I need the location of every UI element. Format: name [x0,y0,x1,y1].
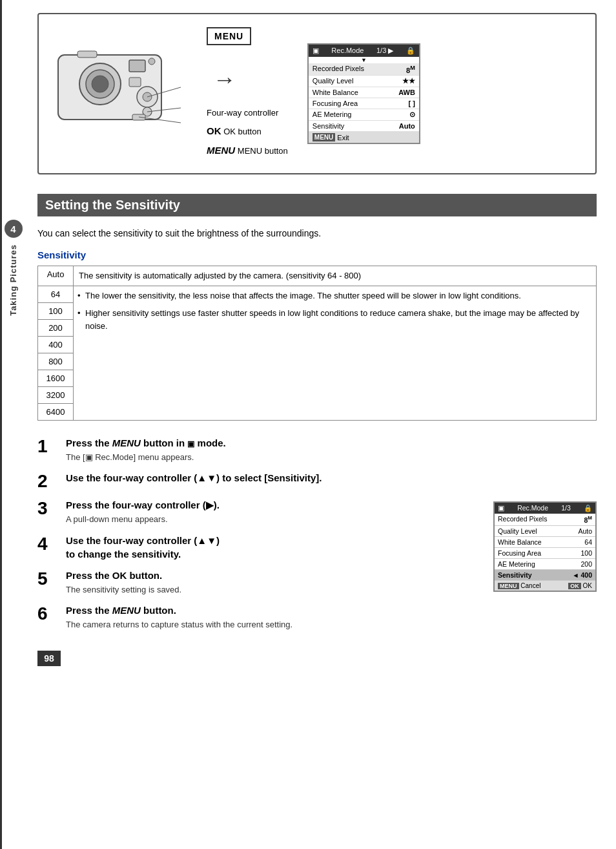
lcd2-header-page: 1/3 [561,504,571,512]
lcd-val: ⊙ [409,110,415,119]
lcd2-footer-right: OK OK [568,582,592,589]
lcd-row-sensitivity: Sensitivity Auto [309,121,419,132]
lcd-header-title: Rec.Mode [331,47,364,54]
step-title-2: Use the four-way controller (▲▼) to sele… [66,471,597,485]
lcd-row-recorded-pixels: Recorded Pixels 8M [309,63,419,76]
svg-rect-4 [129,60,145,72]
lcd-header-1: ▣ Rec.Mode 1/3 ▶ 🔒 [309,45,419,57]
lcd-val: 8M [406,65,415,74]
step-number-4: 4 [37,535,56,553]
lcd2-cancel-label: Cancel [520,582,540,589]
table-cell-400: 400 [38,336,74,353]
lcd2-ok-label: OK [583,582,592,589]
camera-illustration [52,42,194,145]
step-number-6: 6 [37,605,56,623]
lcd2-header-lock: 🔒 [584,504,592,512]
table-cell-3200: 3200 [38,386,74,403]
big-arrow-diagram: → [213,66,288,93]
table-cell-100: 100 [38,302,74,319]
table-row: 64 The lower the sensitivity, the less n… [38,286,597,302]
table-row: Auto The sensitivity is automatically ad… [38,266,597,286]
step-number-5: 5 [37,570,56,588]
lcd-label: Quality Level [313,77,354,85]
lcd-row-focus: Focusing Area [ ] [309,98,419,109]
table-cell-6400: 6400 [38,403,74,420]
lcd2-row-wb: White Balance64 [495,537,595,548]
bullet-2: Higher sensitivity settings use faster s… [85,307,591,332]
lcd2-header-title: Rec.Mode [517,504,548,512]
step-title-5: Press the OK button. [66,569,483,582]
controller-labels: Four-way controller OK OK button MENU ME… [207,105,288,160]
section-heading: Setting the Sensitivity [37,194,597,216]
lcd-row-quality: Quality Level ★★ [309,76,419,87]
lcd2-header-icon: ▣ [498,504,504,512]
step-number-1: 1 [37,437,56,456]
lcd-panel-1: ▣ Rec.Mode 1/3 ▶ 🔒 ▼ Recorded Pixels 8M … [307,43,420,145]
lcd-label: Recorded Pixels [313,65,364,74]
side-tab: 4 Taking Pictures [0,0,25,849]
intro-text: You can select the sensitivity to suit t… [37,227,597,240]
table-cell-auto-desc: The sensitivity is automatically adjuste… [74,266,597,286]
menu-button-diagram: MENU [207,27,251,45]
lcd2-footer-left: MENU Cancel [498,582,540,589]
svg-rect-5 [129,78,141,87]
ok-button-label: OK OK button [207,121,288,141]
lcd2-row-fa: Focusing Area100 [495,548,595,559]
lcd-footer-menu-btn: MENU [313,133,335,142]
four-way-label: Four-way controller [207,105,288,121]
bullet-1: The lower the sensitivity, the less nois… [85,289,591,302]
step-content-6: Press the MENU button. The camera return… [66,603,597,631]
step-number-3: 3 [37,499,56,518]
step-3: 3 Press the four-way controller (▶). A p… [37,498,483,526]
steps-container: 1 Press the MENU button in ▣ mode. The [… [37,436,597,631]
lcd-footer-exit: Exit [337,134,349,142]
lcd2-row-ae: AE Metering200 [495,559,595,570]
lcd-val: Auto [399,122,415,130]
step-content-5: Press the OK button. The sensitivity set… [66,569,483,596]
svg-rect-6 [77,51,97,58]
diagram-box: MENU → Four-way controller OK OK button … [37,13,597,174]
table-cell-800: 800 [38,353,74,370]
step-desc-1: The [▣ Rec.Mode] menu appears. [66,451,597,464]
svg-point-7 [149,58,155,65]
lcd2-ok-btn: OK [568,583,581,589]
table-cell-64: 64 [38,286,74,302]
lcd-label: Focusing Area [313,100,358,107]
sensitivity-table-label: Sensitivity [37,249,597,260]
table-cell-200: 200 [38,319,74,336]
lcd-header-page: 1/3 ▶ [376,47,393,55]
step-content-3: Press the four-way controller (▶). A pul… [66,498,483,526]
lcd2-menu-btn: MENU [498,583,519,589]
step-content-2: Use the four-way controller (▲▼) to sele… [66,471,597,485]
step-5: 5 Press the OK button. The sensitivity s… [37,569,483,596]
chapter-label: Taking Pictures [8,244,18,316]
lcd-val: AWB [398,89,415,96]
step-4: 4 Use the four-way controller (▲▼)to cha… [37,534,483,561]
step-title-1: Press the MENU button in ▣ mode. [66,436,597,450]
lcd-val: ★★ [402,77,415,85]
lcd-panel-2: ▣ Rec.Mode 1/3 🔒 Recorded Pixels8M Quali… [493,501,597,603]
lcd-footer-1: MENU Exit [309,132,419,143]
lcd-label: AE Metering [313,110,352,119]
step-title-3: Press the four-way controller (▶). [66,498,483,512]
chapter-number: 4 [5,220,23,238]
main-content: MENU → Four-way controller OK OK button … [25,0,616,849]
lcd-header-lock: 🔒 [406,47,415,55]
step-title-6: Press the MENU button. [66,603,597,617]
step-desc-5: The sensitivity setting is saved. [66,583,483,596]
table-cell-bullets: The lower the sensitivity, the less nois… [74,286,597,420]
steps-left: 3 Press the four-way controller (▶). A p… [37,498,483,603]
step-desc-6: The camera returns to capture status wit… [66,618,597,631]
step-6: 6 Press the MENU button. The camera retu… [37,603,597,631]
lcd2-header: ▣ Rec.Mode 1/3 🔒 [495,503,595,514]
lcd2-footer: MENU Cancel OK OK [495,581,595,591]
lcd2-row-ql: Quality LevelAuto [495,526,595,537]
menu-button-label: MENU MENU button [207,141,288,160]
table-cell-auto: Auto [38,266,74,286]
svg-point-3 [92,76,108,92]
step-desc-3: A pull-down menu appears. [66,513,483,526]
lcd2-row-rp: Recorded Pixels8M [495,514,595,526]
lcd-label: White Balance [313,89,358,96]
step-2: 2 Use the four-way controller (▲▼) to se… [37,471,597,490]
lcd2-row-sensitivity: Sensitivity◄ 400 [495,570,595,581]
